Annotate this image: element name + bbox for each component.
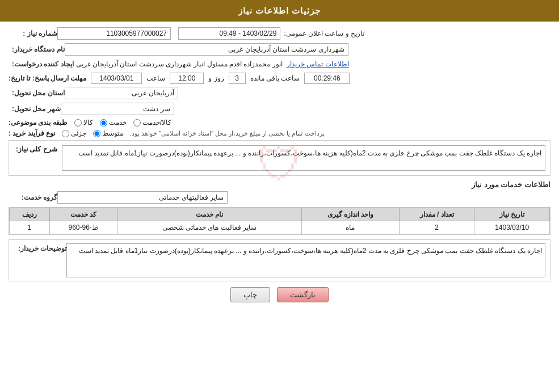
row-shomara-tarikh: تاریخ و ساعت اعلان عمومی: 1403/02/29 - 0… — [9, 27, 550, 40]
row-noe: پرداخت تمام یا بخشی از مبلغ خرید،از محل … — [9, 129, 550, 137]
col-nam-khadamat: نام خدمت — [117, 208, 302, 221]
mohlat-saat-label: ساعت — [146, 74, 165, 82]
radio-khadamat-label: خدمت — [109, 119, 127, 127]
tosih-label: توضیحات خریدار: — [18, 243, 66, 252]
header-title: جزئیات اطلاعات نیاز — [238, 6, 321, 15]
back-button[interactable]: بازگشت — [277, 287, 329, 302]
radio-kala-label: کالا — [83, 119, 93, 127]
cell-radif: 1 — [10, 221, 50, 234]
ijad-label: ایجاد کننده درخواست: — [12, 60, 74, 68]
ostan-value: آذربایجان غربی — [65, 87, 178, 99]
tosih-text: اجاره یک دستگاه غلطک جفت بمب موشکی چرخ ف… — [66, 243, 545, 277]
table-row: 1403/03/10 2 ماه سایر فعالیت های خدماتی … — [10, 221, 550, 234]
sharh-value: اجاره یک دستگاه غلطک جفت بمب موشکی چرخ ف… — [62, 145, 545, 171]
mohlat-saat-value: 12:00 — [170, 73, 204, 84]
print-button[interactable]: چاپ — [230, 287, 270, 302]
nam-dastgah-label: نام دستگاه خریدار: — [12, 45, 65, 53]
mohlat-baqi-value: 00:29:46 — [304, 73, 350, 84]
cell-tedad: 2 — [399, 221, 474, 234]
data-table-section: تاریخ نیاز تعداد / مقدار واحد اندازه گیر… — [9, 207, 550, 235]
shahr-label: شهر محل تحویل: — [12, 105, 61, 113]
radio-motavaset[interactable]: متوسط — [93, 129, 123, 137]
radio-kala-khadamat-label: کالا/خدمت — [142, 119, 171, 127]
sharh-label: شرح کلی نیاز: — [16, 145, 57, 153]
main-content: 🛡 تاریخ و ساعت اعلان عمومی: 1403/02/29 -… — [0, 22, 559, 314]
tarikh-value: 1403/02/29 - 09:49 — [178, 27, 280, 40]
ijad-value: انور محمدزاده اقدم مسئول انبار شهرداری س… — [74, 59, 285, 69]
row-shahr: سر دشت شهر محل تحویل: — [9, 103, 550, 115]
page-container: جزئیات اطلاعات نیاز 🛡 تاریخ و ساعت اعلان… — [0, 0, 559, 392]
radio-motavaset-label: متوسط — [102, 129, 123, 137]
mohlat-label: مهلت ارسال پاسخ: تا تاریخ: — [9, 74, 86, 82]
col-kod: کد خدمت — [49, 208, 117, 221]
tosih-section: اجاره یک دستگاه غلطک جفت بمب موشکی چرخ ف… — [9, 239, 550, 281]
ostan-label: استان محل تحویل: — [12, 89, 65, 97]
mohlat-date-value: 1403/03/01 — [91, 73, 142, 84]
cell-vahed: ماه — [302, 221, 400, 234]
cell-kod: ط-96-960 — [49, 221, 117, 234]
row-tabaqe: کالا/خدمت خدمت کالا طبقه بندی موضوعی: — [9, 119, 550, 127]
page-header: جزئیات اطلاعات نیاز — [0, 0, 559, 22]
noe-label: نوع فرآیند خرید : — [9, 129, 55, 137]
table-header-row: تاریخ نیاز تعداد / مقدار واحد اندازه گیر… — [10, 208, 550, 221]
row-grohe: سایر فعالیتهای خدماتی گروه خدمت: — [9, 191, 550, 204]
khadamat-section-title: اطلاعات خدمات مورد نیاز — [9, 180, 550, 189]
radio-jazii[interactable]: جزئی — [62, 129, 86, 137]
tabaqe-label: طبقه بندی موضوعی: — [9, 119, 68, 127]
cell-tarikh: 1403/03/10 — [474, 221, 550, 234]
col-tedad: تعداد / مقدار — [399, 208, 474, 221]
button-row: بازگشت چاپ — [9, 287, 550, 302]
grohe-value: سایر فعالیتهای خدماتی — [57, 191, 228, 204]
mohlat-rooz-label: روز و — [208, 74, 224, 82]
grohe-label: گروه خدمت: — [12, 193, 57, 201]
radio-kala[interactable]: کالا — [74, 119, 93, 127]
row-ostan: آذربایجان غربی استان محل تحویل: — [9, 87, 550, 99]
sharh-section: اجاره یک دستگاه غلطک جفت بمب موشکی چرخ ف… — [9, 140, 550, 176]
radio-khadamat[interactable]: خدمت — [100, 119, 127, 127]
row-mohlat: 00:29:46 ساعت باقی مانده 3 روز و 12:00 س… — [9, 73, 550, 84]
radio-kala-input[interactable] — [74, 119, 82, 127]
col-tarikh-niaz: تاریخ نیاز — [474, 208, 550, 221]
ijad-link[interactable]: اطلاعات تماس خریدار — [287, 60, 349, 68]
radio-kala-khadamat-input[interactable] — [133, 119, 141, 127]
tosih-row: اجاره یک دستگاه غلطک جفت بمب موشکی چرخ ف… — [14, 243, 545, 277]
sharh-row: اجاره یک دستگاه غلطک جفت بمب موشکی چرخ ف… — [14, 145, 545, 171]
radio-khadamat-input[interactable] — [100, 119, 107, 127]
radio-jazii-input[interactable] — [62, 130, 69, 137]
nam-dastgah-value: شهرداری سردشت استان آذربایجان غربی — [65, 43, 348, 56]
shahr-value: سر دشت — [61, 103, 174, 115]
tarikh-label: تاریخ و ساعت اعلان عمومی: — [284, 29, 364, 37]
col-radif: ردیف — [10, 208, 50, 221]
cell-name: سایر فعالیت های خدماتی شخصی — [117, 221, 302, 234]
mohlat-baqi-label: ساعت باقی مانده — [250, 74, 300, 82]
row-ijad: اطلاعات تماس خریدار انور محمدزاده اقدم م… — [9, 59, 550, 69]
noe-desc: پرداخت تمام یا بخشی از مبلغ خرید،از محل … — [130, 130, 550, 137]
content-area: 🛡 تاریخ و ساعت اعلان عمومی: 1403/02/29 -… — [9, 27, 550, 302]
shomara-value: 1103005977000027 — [57, 27, 171, 40]
radio-motavaset-input[interactable] — [93, 130, 100, 137]
radio-kala-khadamat[interactable]: کالا/خدمت — [133, 119, 171, 127]
data-table: تاریخ نیاز تعداد / مقدار واحد اندازه گیر… — [9, 208, 550, 234]
mohlat-rooz-value: 3 — [229, 73, 246, 84]
shomara-label: شماره نیاز : — [12, 29, 57, 37]
col-vahed: واحد اندازه گیری — [302, 208, 400, 221]
radio-jazii-label: جزئی — [71, 129, 86, 137]
row-nam-dastgah: شهرداری سردشت استان آذربایجان غربی نام د… — [9, 43, 550, 56]
